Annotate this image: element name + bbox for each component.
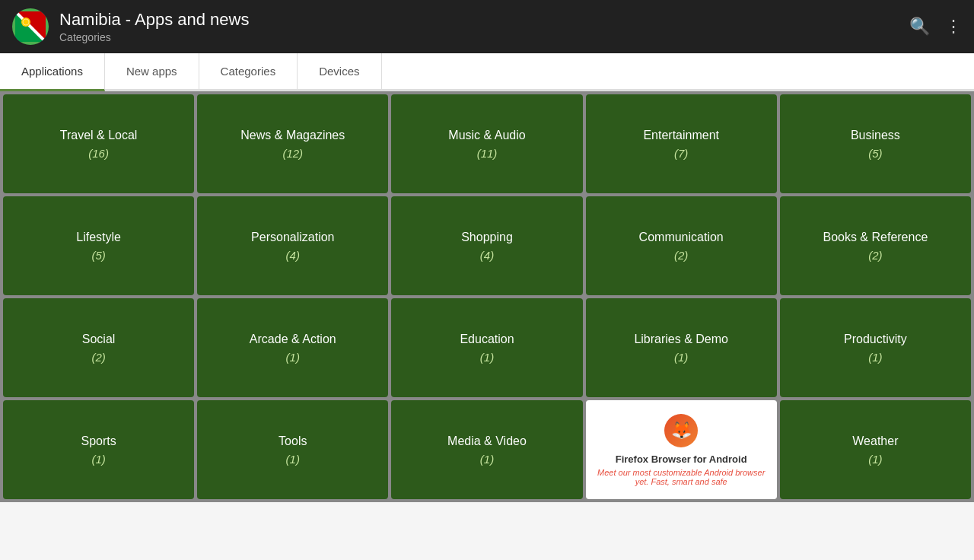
app-title: Namibia - Apps and news bbox=[59, 10, 909, 30]
header-titles: Namibia - Apps and news Categories bbox=[59, 10, 909, 43]
category-card-tools[interactable]: Tools (1) bbox=[197, 400, 388, 499]
tab-categories[interactable]: Categories bbox=[199, 53, 298, 91]
category-count: (2) bbox=[91, 351, 105, 364]
category-name: Personalization bbox=[245, 231, 340, 244]
category-count: (1) bbox=[674, 351, 688, 364]
category-card-music---audio[interactable]: Music & Audio (11) bbox=[391, 94, 582, 193]
ad-icon: 🦊 bbox=[664, 414, 698, 447]
tab-devices[interactable]: Devices bbox=[298, 53, 381, 91]
category-name: Weather bbox=[846, 434, 904, 448]
category-count: (2) bbox=[868, 249, 882, 262]
tab-new-apps[interactable]: New apps bbox=[105, 53, 199, 91]
category-card-arcade---action[interactable]: Arcade & Action (1) bbox=[197, 298, 388, 397]
header-actions: 🔍 ⋮ bbox=[909, 17, 962, 37]
search-icon[interactable]: 🔍 bbox=[909, 17, 930, 37]
category-card-business[interactable]: Business (5) bbox=[780, 94, 971, 193]
category-count: (1) bbox=[480, 453, 494, 466]
category-card-lifestyle[interactable]: Lifestyle (5) bbox=[3, 196, 194, 295]
category-card-media---video[interactable]: Media & Video (1) bbox=[391, 400, 582, 499]
category-name: Productivity bbox=[838, 332, 913, 346]
category-count: (12) bbox=[282, 147, 303, 160]
category-card-news---magazines[interactable]: News & Magazines (12) bbox=[197, 94, 388, 193]
nav-tabs: Applications New apps Categories Devices bbox=[0, 53, 974, 91]
category-name: Libraries & Demo bbox=[628, 332, 734, 346]
category-count: (1) bbox=[868, 351, 882, 364]
category-count: (1) bbox=[91, 453, 105, 466]
category-name: Education bbox=[454, 332, 520, 346]
category-count: (16) bbox=[88, 147, 109, 160]
category-card-social[interactable]: Social (2) bbox=[3, 298, 194, 397]
category-card-sports[interactable]: Sports (1) bbox=[3, 400, 194, 499]
category-count: (1) bbox=[286, 453, 300, 466]
category-name: News & Magazines bbox=[234, 129, 351, 142]
category-card-books---reference[interactable]: Books & Reference (2) bbox=[780, 196, 971, 295]
ad-description: Meet our most customizable Android brows… bbox=[595, 468, 768, 486]
category-name: Media & Video bbox=[441, 434, 533, 448]
category-name: Arcade & Action bbox=[244, 332, 342, 346]
tab-applications[interactable]: Applications bbox=[0, 53, 105, 91]
category-card-communication[interactable]: Communication (2) bbox=[586, 196, 777, 295]
svg-point-5 bbox=[23, 19, 29, 25]
category-card-libraries---demo[interactable]: Libraries & Demo (1) bbox=[586, 298, 777, 397]
category-card-weather[interactable]: Weather (1) bbox=[780, 400, 971, 499]
category-count: (7) bbox=[674, 147, 688, 160]
app-subtitle: Categories bbox=[59, 31, 909, 43]
category-name: Sports bbox=[75, 434, 122, 448]
category-count: (1) bbox=[286, 351, 300, 364]
category-count: (1) bbox=[480, 351, 494, 364]
category-name: Music & Audio bbox=[442, 129, 531, 142]
category-count: (1) bbox=[868, 453, 882, 466]
category-card-education[interactable]: Education (1) bbox=[391, 298, 582, 397]
logo-icon bbox=[15, 11, 46, 42]
category-name: Tools bbox=[272, 434, 313, 448]
category-name: Lifestyle bbox=[70, 231, 127, 244]
category-count: (4) bbox=[480, 249, 494, 262]
category-name: Social bbox=[76, 332, 122, 346]
ad-title: Firefox Browser for Android bbox=[616, 453, 747, 465]
category-name: Books & Reference bbox=[816, 231, 934, 244]
category-count: (4) bbox=[286, 249, 300, 262]
category-card-personalization[interactable]: Personalization (4) bbox=[197, 196, 388, 295]
category-name: Entertainment bbox=[637, 129, 725, 142]
category-count: (5) bbox=[868, 147, 882, 160]
categories-grid: Travel & Local (16) News & Magazines (12… bbox=[0, 91, 974, 502]
category-count: (2) bbox=[674, 249, 688, 262]
category-card-productivity[interactable]: Productivity (1) bbox=[780, 298, 971, 397]
category-name: Business bbox=[845, 129, 906, 142]
more-options-icon[interactable]: ⋮ bbox=[945, 17, 962, 37]
category-name: Communication bbox=[633, 231, 730, 244]
ad-card[interactable]: 🦊 Firefox Browser for Android Meet our m… bbox=[586, 400, 777, 499]
app-logo bbox=[12, 8, 49, 45]
category-count: (5) bbox=[91, 249, 105, 262]
category-name: Shopping bbox=[455, 231, 519, 244]
category-card-shopping[interactable]: Shopping (4) bbox=[391, 196, 582, 295]
category-name: Travel & Local bbox=[54, 129, 144, 142]
category-card-entertainment[interactable]: Entertainment (7) bbox=[586, 94, 777, 193]
category-card-travel---local[interactable]: Travel & Local (16) bbox=[3, 94, 194, 193]
category-count: (11) bbox=[477, 147, 498, 160]
app-header: Namibia - Apps and news Categories 🔍 ⋮ bbox=[0, 0, 974, 53]
